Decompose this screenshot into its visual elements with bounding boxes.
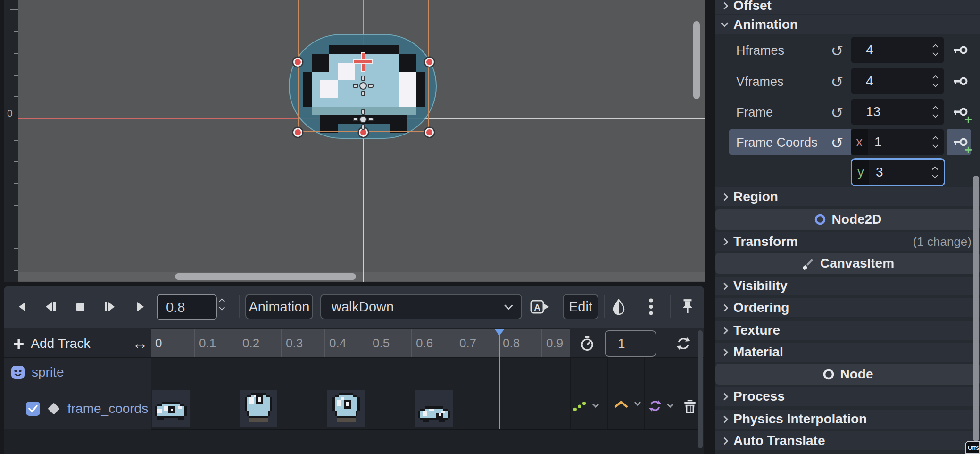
play-backwards-icon[interactable] — [12, 292, 33, 322]
category-node: Node — [715, 364, 980, 385]
section-auto-translate[interactable]: Auto Translate — [715, 431, 980, 450]
ruler-zero-label: 0 — [7, 108, 13, 119]
track-property-name: frame_coords — [67, 401, 148, 416]
frame-coords-y-stepper[interactable] — [933, 167, 937, 177]
timeline-pan-icon[interactable]: ↔ — [132, 329, 148, 357]
revert-frame-coords-icon[interactable]: ↺ — [828, 134, 847, 152]
current-time-value: 0.8 — [158, 300, 185, 315]
hframes-stepper[interactable] — [933, 45, 938, 55]
sprite2d-icon — [11, 365, 25, 379]
ruler-tick — [14, 161, 18, 162]
property-label-frame: Frame — [736, 105, 773, 120]
hframes-field[interactable]: 4 — [851, 37, 944, 63]
toolbar-separator — [604, 295, 605, 318]
selection-handle-right[interactable] — [425, 58, 434, 67]
animation-length-icon — [580, 329, 595, 357]
section-process[interactable]: Process — [715, 387, 980, 406]
frame-coords-x-field[interactable]: x 1 — [851, 129, 944, 155]
playhead-grabber[interactable] — [495, 329, 504, 336]
viewport-2d[interactable]: 0 — [4, 0, 705, 282]
autoplay-on-load-icon[interactable]: A — [528, 292, 552, 322]
frame-coords-x-stepper[interactable] — [933, 137, 938, 147]
panel-scrollbar[interactable] — [698, 330, 703, 448]
inspector-panel: Offset Animation Hframes ↺ 4 Vframes ↺ 4… — [715, 0, 980, 454]
section-ordering[interactable]: Ordering — [715, 298, 980, 317]
section-transform[interactable]: Transform (1 change) — [715, 232, 980, 251]
vframes-field[interactable]: 4 — [851, 68, 944, 94]
inspector-scrollbar[interactable] — [973, 176, 979, 441]
onion-skinning-icon[interactable] — [609, 292, 628, 322]
current-time-field[interactable]: 0.8 — [157, 294, 217, 320]
key-hframes-icon[interactable] — [950, 37, 971, 63]
keyframe-thumbnail-2[interactable] — [327, 390, 365, 427]
play-from-start-icon[interactable] — [99, 292, 120, 322]
more-options-icon[interactable] — [641, 292, 660, 322]
toolbar-separator — [239, 295, 240, 318]
key-vframes-icon[interactable] — [950, 68, 971, 94]
tracks-bottom-border — [151, 429, 700, 430]
section-region[interactable]: Region — [715, 187, 980, 206]
delete-track-icon[interactable] — [683, 399, 697, 416]
column-separator — [607, 357, 608, 429]
animation-length-field[interactable]: 1 — [605, 330, 656, 357]
keyframe-thumbnail-3[interactable] — [415, 390, 453, 427]
ruler-tick — [14, 96, 18, 97]
track-row-frame-coords[interactable]: frame_coords — [26, 401, 148, 416]
key-frame-icon[interactable]: + — [950, 99, 971, 125]
move-gizmo-center[interactable] — [352, 75, 374, 97]
update-mode-dropdown[interactable] — [573, 399, 598, 412]
revert-hframes-icon[interactable]: ↺ — [828, 42, 847, 60]
selection-handle-bottom-left[interactable] — [293, 128, 302, 137]
frame-coords-y-field[interactable]: y 3 — [851, 158, 945, 186]
loop-wrap-mode-dropdown[interactable] — [648, 399, 673, 412]
keyframe-thumbnail-0[interactable] — [152, 390, 190, 427]
animation-name-dropdown[interactable]: walkDown — [320, 294, 522, 319]
section-offset[interactable]: Offset — [715, 0, 980, 14]
track-row-sprite[interactable]: sprite — [11, 365, 64, 380]
time-stepper[interactable] — [220, 299, 224, 310]
keyframe-thumbnail-1[interactable] — [240, 390, 277, 427]
animation-menu-button[interactable]: Animation — [245, 294, 313, 319]
section-texture[interactable]: Texture — [715, 321, 980, 340]
move-gizmo-origin[interactable] — [352, 109, 374, 130]
interpolation-mode-dropdown[interactable] — [614, 399, 640, 409]
playhead-line[interactable] — [499, 329, 500, 429]
ruler-tick-label: 0.3 — [281, 329, 324, 357]
frame-stepper[interactable] — [933, 107, 938, 117]
loop-animation-icon[interactable] — [675, 329, 691, 357]
pin-panel-icon[interactable] — [677, 292, 698, 322]
vframes-stepper[interactable] — [933, 76, 938, 86]
brush-icon — [801, 257, 814, 270]
section-material[interactable]: Material — [715, 343, 980, 362]
key-frame-coords-icon[interactable]: + — [950, 129, 971, 155]
play-backwards-from-end-icon[interactable] — [41, 292, 61, 322]
transform-changes-badge: (1 change) — [913, 235, 980, 249]
vertical-ruler[interactable]: 0 — [4, 0, 18, 282]
animation-name: walkDown — [332, 299, 394, 315]
v-scrollbar[interactable] — [693, 21, 700, 99]
selection-handle-left[interactable] — [293, 58, 302, 67]
revert-vframes-icon[interactable]: ↺ — [828, 73, 847, 91]
h-scrollbar[interactable] — [175, 273, 356, 280]
play-icon[interactable] — [130, 292, 150, 322]
track-node-name: sprite — [32, 365, 64, 380]
ruler-tick — [10, 227, 18, 227]
track-enabled-checkbox[interactable] — [26, 402, 40, 416]
edit-button[interactable]: Edit — [563, 294, 598, 319]
ruler-tick-label: 0 — [151, 329, 194, 357]
timeline-ruler[interactable]: 0 0.1 0.2 0.3 0.4 0.5 0.6 0.7 0.8 0.9 — [151, 329, 570, 357]
ruler-tick — [14, 270, 18, 271]
add-track-button[interactable]: + Add Track — [13, 329, 90, 357]
selection-handle-bottom-right[interactable] — [425, 128, 434, 137]
section-animation[interactable]: Animation — [715, 15, 980, 34]
section-visibility[interactable]: Visibility — [715, 277, 980, 295]
section-physics-interpolation[interactable]: Physics Interpolation — [715, 410, 980, 429]
revert-frame-icon[interactable]: ↺ — [828, 104, 847, 122]
frame-field[interactable]: 13 — [851, 99, 944, 125]
stop-icon[interactable] — [70, 292, 91, 322]
category-node2d: Node2D — [715, 209, 980, 230]
pivot-cross-icon[interactable] — [353, 51, 374, 72]
canvas[interactable] — [18, 0, 705, 282]
h-scrollbar-track[interactable] — [18, 272, 705, 281]
ruler-tick — [14, 205, 18, 206]
